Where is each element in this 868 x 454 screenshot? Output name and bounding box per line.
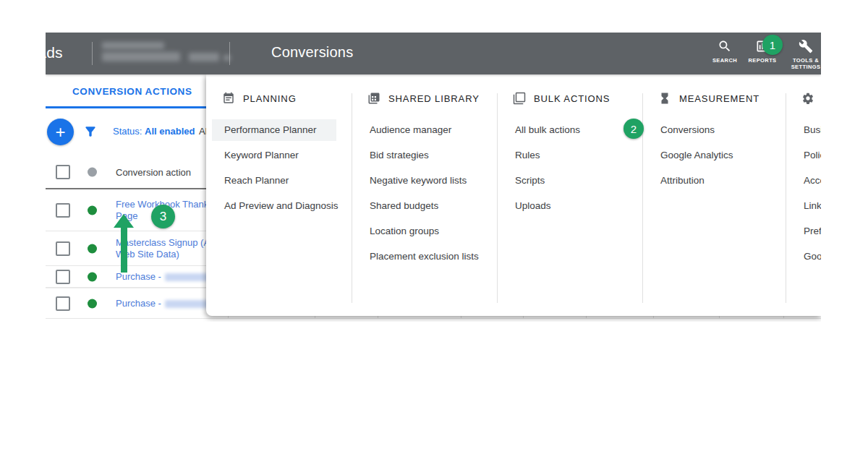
arrow-shaft	[121, 226, 127, 273]
row-checkbox[interactable]	[56, 203, 70, 218]
menu-item-keyword-planner[interactable]: Keyword Planner	[206, 145, 352, 166]
menu-item-bid-strategies[interactable]: Bid strategies	[352, 145, 497, 166]
menu-item-all-bulk-actions[interactable]: All bulk actions	[497, 119, 642, 141]
google-ads-logo: Ads	[46, 44, 63, 61]
menu-item-policy-manager[interactable]: Policy	[786, 145, 821, 166]
menu-item-business-data[interactable]: Busin	[786, 119, 821, 141]
menu-item-scripts[interactable]: Scripts	[497, 170, 642, 192]
redacted-account-name	[102, 42, 164, 49]
menu-column-header: PLANNING	[222, 92, 297, 105]
active-tab-indicator	[46, 106, 234, 108]
annotation-step-2-badge: 2	[624, 119, 644, 139]
menu-item-access[interactable]: Acces	[786, 170, 821, 192]
menu-column-title: PLANNING	[243, 93, 297, 104]
redacted-text	[165, 273, 210, 281]
menu-column-title: MEASUREMENT	[679, 93, 760, 104]
menu-column-header: S	[801, 92, 821, 105]
google-ads-window: Conversion action Free Workbook Thank Yo…	[46, 33, 821, 322]
row-checkbox[interactable]	[56, 241, 70, 256]
select-all-checkbox[interactable]	[56, 165, 70, 179]
menu-item-google-analytics[interactable]: Google Analytics	[642, 145, 788, 166]
menu-item-negative-keyword-lists[interactable]: Negative keyword lists	[352, 170, 497, 192]
app-bar: Ads Conversions SEARCH REPORTS TOOLS & S…	[46, 33, 821, 74]
filter-funnel-icon	[83, 124, 98, 139]
setup-gear-icon	[801, 92, 814, 105]
redacted-campaign-name	[102, 52, 180, 61]
annotation-step-3-badge: 3	[151, 205, 175, 228]
appbar-divider	[92, 42, 93, 65]
menu-item-conversions[interactable]: Conversions	[642, 119, 788, 141]
menu-item-reach-planner[interactable]: Reach Planner	[206, 170, 352, 192]
status-label: Status:	[113, 126, 142, 137]
menu-column-header: SHARED LIBRARY	[367, 92, 480, 105]
menu-item-preferences[interactable]: Prefer	[786, 220, 821, 242]
shared-library-icon	[367, 92, 380, 105]
status-dot-enabled	[88, 299, 97, 308]
measurement-icon	[658, 92, 671, 105]
link-prefix: Purchase -	[116, 298, 161, 309]
add-conversion-button[interactable]: +	[47, 119, 74, 145]
search-icon	[718, 39, 732, 53]
menu-item-audience-manager[interactable]: Audience manager	[352, 119, 497, 141]
redacted-account-id	[189, 53, 219, 61]
menu-column-measurement: MEASUREMENT Conversions Google Analytics…	[642, 74, 788, 316]
annotation-step-1-badge: 1	[762, 35, 783, 55]
menu-item-attribution[interactable]: Attribution	[642, 170, 788, 192]
menu-item-ad-preview[interactable]: Ad Preview and Diagnosis	[206, 195, 352, 217]
page-title: Conversions	[271, 44, 353, 61]
menu-item-location-groups[interactable]: Location groups	[352, 220, 497, 242]
redacted-text	[165, 300, 210, 308]
conversion-action-link[interactable]: Masterclass Signup (All Web Site Data)	[116, 237, 214, 260]
menu-item-google[interactable]: Googl	[786, 246, 821, 267]
menu-item-performance-planner[interactable]: Performance Planner	[212, 119, 336, 141]
menu-column-bulk-actions: BULK ACTIONS All bulk actions Rules Scri…	[497, 74, 642, 316]
menu-column-planning: PLANNING Performance Planner Keyword Pla…	[206, 74, 352, 316]
planning-icon	[222, 92, 235, 105]
filter-button[interactable]	[83, 124, 99, 140]
appbar-divider	[229, 42, 230, 65]
status-dot-enabled	[88, 272, 97, 281]
status-dot-header	[88, 167, 97, 176]
row-checkbox[interactable]	[56, 270, 70, 284]
column-header-conversion-action: Conversion action	[116, 166, 191, 177]
menu-column-header: BULK ACTIONS	[513, 92, 610, 105]
tools-settings-nav-button[interactable]: TOOLS & SETTINGS	[783, 39, 821, 70]
row-checkbox[interactable]	[56, 296, 70, 311]
tab-conversion-actions[interactable]: CONVERSION ACTIONS	[72, 86, 192, 97]
menu-item-uploads[interactable]: Uploads	[497, 195, 642, 217]
status-dot-enabled	[88, 205, 97, 215]
menu-column-shared-library: SHARED LIBRARY Audience manager Bid stra…	[352, 74, 497, 316]
menu-item-linked-accounts[interactable]: Linked	[786, 195, 821, 217]
menu-column-header: MEASUREMENT	[658, 92, 760, 105]
tools-label-line2: SETTINGS	[783, 64, 821, 71]
menu-column-title: SHARED LIBRARY	[388, 93, 480, 104]
menu-column-title: BULK ACTIONS	[534, 93, 610, 104]
plus-icon: +	[55, 122, 65, 142]
menu-item-shared-budgets[interactable]: Shared budgets	[352, 195, 497, 217]
wrench-icon	[799, 39, 813, 53]
menu-item-placement-exclusion-lists[interactable]: Placement exclusion lists	[352, 246, 497, 267]
tools-settings-menu: PLANNING Performance Planner Keyword Pla…	[206, 74, 821, 316]
menu-column-setup: S Busin Policy Acces Linked Prefer Googl	[786, 74, 821, 316]
bulk-actions-icon	[513, 92, 526, 105]
link-line-1: Masterclass Signup (All	[116, 237, 214, 248]
status-dot-enabled	[88, 244, 97, 253]
status-filter-chip[interactable]: Status: All enabled	[113, 126, 195, 137]
reports-label: REPORTS	[740, 58, 785, 64]
menu-item-rules[interactable]: Rules	[497, 145, 642, 166]
status-value: All enabled	[145, 126, 195, 137]
